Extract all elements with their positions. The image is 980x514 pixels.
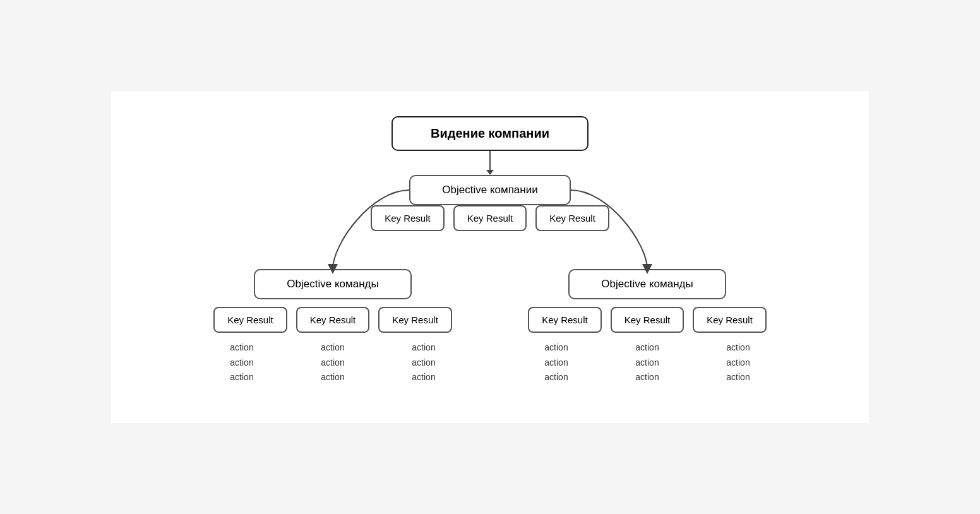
team-1-objective: Objective команды — [254, 269, 411, 299]
team-1-block: Objective команды Key Result Key Result … — [201, 269, 465, 385]
company-key-results: Key Result Key Result Key Result — [371, 205, 609, 231]
arrow-vision-to-company — [486, 151, 494, 175]
team-2-actions: actionactionaction actionactionaction ac… — [515, 340, 779, 385]
vision-box: Видение компании — [391, 116, 589, 151]
team-1-kr-3: Key Result — [378, 307, 452, 333]
company-kr-3: Key Result — [535, 205, 609, 231]
team-2-kr-1: Key Result — [528, 307, 602, 333]
team-2-action-1-text: actionactionaction — [515, 340, 597, 385]
team-2-action-col-3: actionactionaction — [697, 340, 779, 385]
team-1-kr-2: Key Result — [296, 307, 370, 333]
team-2-objective: Objective команды — [568, 269, 726, 299]
team-2-action-3-text: actionactionaction — [697, 340, 779, 385]
diagram-container: Видение компании Objective компании Key … — [111, 91, 869, 423]
team-1-action-1-text: actionactionaction — [201, 340, 283, 385]
teams-section: Objective команды Key Result Key Result … — [124, 269, 856, 385]
team-1-action-col-1: actionactionaction — [201, 340, 283, 385]
team-2-action-col-1: actionactionaction — [515, 340, 597, 385]
company-kr-1: Key Result — [371, 205, 445, 231]
team-2-action-2-text: actionactionaction — [606, 340, 688, 385]
team-2-kr-3: Key Result — [693, 307, 767, 333]
team-1-action-col-2: actionactionaction — [292, 340, 374, 385]
company-objective-box: Objective компании — [409, 175, 570, 205]
company-kr-2: Key Result — [453, 205, 527, 231]
team-2-kr-2: Key Result — [611, 307, 684, 333]
team-1-actions: actionactionaction actionactionaction ac… — [201, 340, 465, 385]
team-1-action-col-3: actionactionaction — [383, 340, 465, 385]
team-1-key-results: Key Result Key Result Key Result — [213, 307, 452, 333]
team-1-kr-1: Key Result — [213, 307, 287, 333]
team-2-action-col-2: actionactionaction — [606, 340, 688, 385]
team-1-action-3-text: actionactionaction — [383, 340, 465, 385]
team-2-key-results: Key Result Key Result Key Result — [528, 307, 767, 333]
team-1-action-2-text: actionactionaction — [292, 340, 374, 385]
team-2-block: Objective команды Key Result Key Result … — [515, 269, 779, 385]
